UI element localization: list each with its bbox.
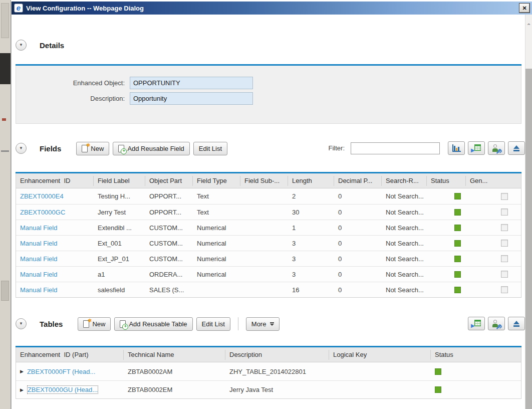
fields-cell: ZBEXT0000GC: [16, 209, 94, 216]
add-reusable-table-button[interactable]: Add Reusable Table: [114, 317, 192, 331]
fields-table-row[interactable]: Manual FieldExt_JP_01CUSTOM...Numerical3…: [16, 251, 521, 266]
enhancement-id-part-link[interactable]: ZBEXT0000FT (Head...: [27, 368, 95, 375]
enhanced-object-label: Enhanced Object:: [16, 79, 130, 87]
fields-column-header[interactable]: Field Sub-...: [240, 176, 288, 186]
description-field[interactable]: [130, 92, 253, 105]
fields-column-header[interactable]: Search-R...: [382, 176, 427, 186]
fields-cell: Manual Field: [16, 255, 94, 263]
tables-collapse-tray-button[interactable]: [508, 317, 525, 330]
tables-column-header[interactable]: Description: [225, 350, 329, 360]
enhancement-id-link[interactable]: Manual Field: [20, 255, 57, 263]
tables-more-button[interactable]: More: [246, 317, 280, 331]
collapse-fields-button[interactable]: ▼: [16, 143, 27, 154]
enhancement-id-part-link[interactable]: ZBEXT0000GU (Head...: [27, 385, 98, 394]
tables-edit-list-button[interactable]: Edit List: [196, 317, 230, 331]
fields-table-row[interactable]: ZBEXT0000E4Testing H...OPPORT...Text20No…: [16, 188, 521, 204]
collapse-tables-button[interactable]: ▼: [16, 318, 27, 329]
tables-new-button[interactable]: New: [78, 317, 111, 331]
status-indicator: [454, 225, 461, 231]
add-reusable-field-label: Add Reusable Field: [127, 145, 184, 152]
fields-table-row[interactable]: Manual FieldsalesfieldSALES (S...160Not …: [16, 282, 521, 297]
tables-personalize-button[interactable]: [488, 317, 505, 330]
enhancement-id-link[interactable]: Manual Field: [20, 224, 57, 232]
chevron-down-icon: ▼: [19, 322, 23, 326]
close-button[interactable]: ✕: [519, 4, 529, 13]
description-cell: Jerry Java Test: [225, 386, 329, 393]
dialog-content: ▼ Details Enhanced Object: Description: …: [12, 15, 525, 409]
tables-column-header[interactable]: Enhancement ID (Part): [16, 350, 124, 360]
vertical-scrollbar[interactable]: ⌃: [525, 15, 532, 409]
expand-row-icon[interactable]: ▶: [20, 387, 24, 392]
enhancement-id-link[interactable]: Manual Field: [20, 240, 57, 247]
generated-checkbox[interactable]: [501, 286, 508, 293]
tables-section-header: ▼ Tables New Add Reusable Table Edit Lis…: [16, 316, 525, 331]
eject-icon: [513, 145, 519, 151]
tables-table-header: Enhancement ID (Part)Technical NameDescr…: [16, 347, 521, 362]
fields-new-button[interactable]: New: [76, 142, 109, 155]
fields-table: Enhancement IDField LabelObject PartFiel…: [16, 173, 521, 298]
generated-checkbox[interactable]: [501, 224, 508, 231]
enhancement-id-link[interactable]: Manual Field: [20, 286, 57, 294]
fields-table-row[interactable]: Manual FieldExt_001CUSTOM...Numerical30N…: [16, 235, 521, 251]
fields-section-header: ▼ Fields New Add Reusable Field Edit Lis…: [16, 141, 525, 156]
enhanced-object-row: Enhanced Object:: [16, 77, 253, 89]
tables-table-row[interactable]: ▶ZBEXT0000GU (Head...ZBTAB0002EMJerry Ja…: [16, 380, 521, 398]
fields-personalize-button[interactable]: [488, 141, 505, 155]
fields-column-header[interactable]: Enhancement ID: [16, 176, 94, 186]
generated-checkbox[interactable]: [501, 240, 508, 247]
fields-column-header[interactable]: Gen...: [466, 176, 521, 186]
enhancement-id-link[interactable]: Manual Field: [20, 271, 57, 278]
fields-column-header[interactable]: Field Type: [193, 176, 240, 186]
scrollbar-track[interactable]: [525, 69, 532, 409]
collapse-details-button[interactable]: ▼: [16, 40, 27, 51]
fields-cell: 0: [334, 271, 382, 278]
enhanced-object-field[interactable]: [130, 77, 253, 89]
generated-checkbox[interactable]: [501, 271, 508, 278]
fields-table-row[interactable]: Manual FieldExtendibl ...CUSTOM...Numeri…: [16, 220, 521, 235]
fields-table-row[interactable]: Manual Fielda1ORDERA...Numerical30Not Se…: [16, 266, 521, 282]
tables-column-header[interactable]: Status: [431, 350, 521, 360]
status-cell: [427, 225, 466, 231]
tables-more-label: More: [251, 320, 267, 328]
fields-column-header[interactable]: Field Label: [94, 176, 145, 186]
generated-cell: [466, 255, 521, 262]
personalize-icon: [492, 320, 501, 328]
fields-column-header[interactable]: Status: [427, 176, 466, 186]
tables-new-label: New: [92, 320, 105, 328]
generated-checkbox[interactable]: [501, 193, 508, 200]
fields-cell: 3: [288, 271, 334, 278]
fields-table-header: Enhancement IDField LabelObject PartFiel…: [16, 173, 521, 188]
fields-column-header[interactable]: Decimal P...: [334, 176, 382, 186]
generated-checkbox[interactable]: [501, 255, 508, 262]
tables-column-header[interactable]: Technical Name: [124, 350, 225, 360]
add-document-icon: [120, 320, 126, 328]
generated-cell: [466, 224, 521, 231]
status-indicator: [454, 271, 461, 278]
fields-cell: 0: [334, 192, 382, 200]
enhancement-id-link[interactable]: ZBEXT0000GC: [20, 209, 65, 216]
fields-edit-list-label: Edit List: [199, 145, 222, 152]
technical-name-cell: ZBTAB0002AM: [124, 368, 225, 375]
enhancement-id-link[interactable]: ZBEXT0000E4: [20, 192, 64, 200]
tables-column-header[interactable]: Logical Key: [329, 350, 431, 360]
tables-export-button[interactable]: ▶: [468, 317, 485, 330]
status-cell: [427, 193, 466, 199]
fields-export-button[interactable]: ▶: [468, 141, 485, 155]
fields-column-header[interactable]: Object Part: [145, 176, 193, 186]
fields-cell: Not Search...: [382, 255, 427, 263]
fields-column-header[interactable]: Length: [288, 176, 334, 186]
generated-checkbox[interactable]: [501, 209, 508, 216]
tables-section-title: Tables: [40, 320, 63, 328]
tables-table-row[interactable]: ▶ZBEXT0000FT (Head...ZBTAB0002AMZHY_TABL…: [16, 362, 521, 380]
scroll-up-icon[interactable]: ⌃: [525, 23, 532, 29]
fields-cell: Not Search...: [382, 209, 427, 216]
fields-table-row[interactable]: ZBEXT0000GCJerry TestOPPORT...Text300Not…: [16, 204, 521, 220]
background-decoration: [1, 150, 9, 152]
fields-collapse-tray-button[interactable]: [508, 141, 525, 155]
chart-view-button[interactable]: [448, 141, 465, 155]
add-reusable-field-button[interactable]: Add Reusable Field: [113, 142, 189, 155]
expand-row-icon[interactable]: ▶: [20, 369, 24, 374]
filter-input[interactable]: [351, 142, 440, 154]
dialog-title: View Configuration -- Webpage Dialog: [26, 5, 144, 12]
fields-edit-list-button[interactable]: Edit List: [193, 142, 227, 155]
